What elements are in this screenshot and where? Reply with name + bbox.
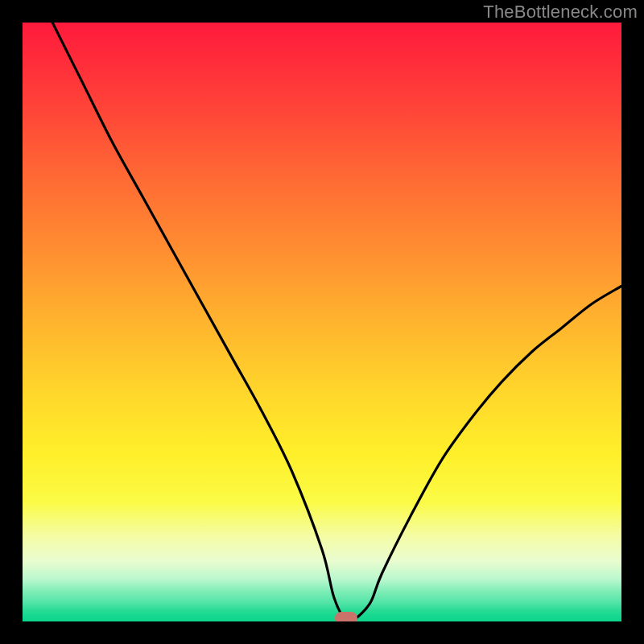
bottleneck-curve [23, 23, 621, 621]
optimum-marker [335, 612, 357, 621]
plot-area [23, 23, 621, 621]
watermark-text: TheBottleneck.com [483, 2, 638, 23]
chart-frame: TheBottleneck.com [0, 0, 644, 644]
